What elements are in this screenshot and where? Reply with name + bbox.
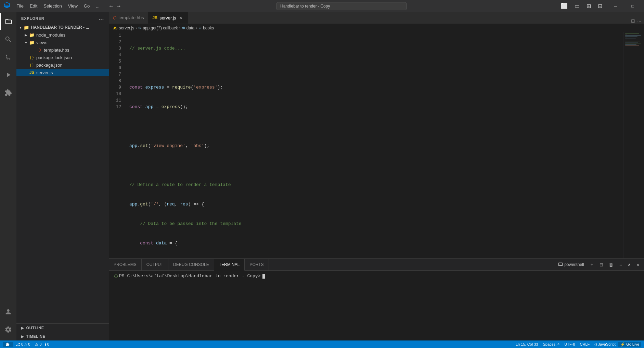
editor-area: ⬡ template.hbs JS server.js × ⊟ ··· JS s… [109,12,644,340]
bc-file-label: server.js [119,26,134,30]
maximize-button[interactable]: □ [625,0,641,12]
code-line-6: app . set ( 'view engine' , 'hbs' ); [129,143,623,149]
editor-more[interactable]: ··· [637,18,641,24]
bc-books-label: books [203,26,214,30]
tab-output[interactable]: OUTPUT [142,259,168,271]
status-right: Ln 15, Col 33 Spaces: 4 UTF-8 CRLF {} Ja… [511,342,644,347]
activity-explorer[interactable] [0,13,16,30]
svg-point-1 [9,58,11,60]
views-arrow[interactable]: ▼ [23,41,29,44]
tab-ports[interactable]: PORTS [245,259,269,271]
layout-grid[interactable]: ⊞ [584,2,593,10]
tab-template-hbs[interactable]: ⬡ template.hbs [109,12,148,24]
editor-layout-split[interactable]: ⊟ [631,18,635,24]
status-go-live[interactable]: ⚡ Go Live [618,342,641,347]
node-modules-label: node_modules [36,32,65,38]
status-encoding[interactable]: UTF-8 [562,342,577,346]
terminal-more[interactable]: ··· [617,261,624,268]
bc-scope-icon-3: ⊕ [198,26,202,30]
status-language[interactable]: {} JavaScript [592,342,618,346]
layout-custom[interactable]: ⊟ [596,2,604,10]
status-line-ending[interactable]: CRLF [578,342,592,346]
status-errors[interactable]: ⚠ 0 ℹ 0 [33,342,51,347]
activity-accounts[interactable] [0,304,16,320]
template-hbs-icon: ⬡ [36,48,42,52]
tree-server-js[interactable]: ▶ JS server.js [16,69,109,76]
server-js-icon: JS [29,70,35,75]
search-input[interactable] [276,2,407,10]
views-icon: 📁 [29,40,35,45]
terminal-path: PS C:\Users\aftaf\Desktop\Handlebar to r… [119,273,260,279]
status-spaces[interactable]: Spaces: 4 [541,342,562,346]
code-line-7 [129,162,623,169]
layout-sidebyside[interactable]: ⬜ [559,2,570,10]
breadcrumb: JS server.js › ⊕ app.get('/') callback ›… [109,24,644,32]
outline-panel[interactable]: ▶ OUTLINE [16,323,109,332]
timeline-panel[interactable]: ▶ TIMELINE [16,332,109,340]
activity-run[interactable] [0,67,16,83]
tab-hbs-label: template.hbs [118,15,144,20]
menu-view[interactable]: View [65,3,80,9]
tab-server-js[interactable]: JS server.js × [148,12,188,24]
root-folder-label: HANDLEBAR TO RENDER - ... [31,25,89,30]
server-js-label: server.js [36,70,53,75]
menu-edit[interactable]: Edit [27,3,40,9]
window-controls: ─ □ [608,0,641,12]
file-tree: ▼ 📁 HANDLEBAR TO RENDER - ... ▶ 📁 node_m… [16,24,109,323]
terminal-split[interactable]: ⊟ [597,261,605,268]
search-bar[interactable] [128,2,555,10]
status-remote[interactable] [3,342,13,346]
package-json-icon: { } [29,63,35,67]
bc-filename[interactable]: JS server.js [113,26,134,30]
terminal-panel: PROBLEMS OUTPUT DEBUG CONSOLE TERMINAL P… [109,258,644,340]
outline-expand[interactable]: ▶ [21,326,24,330]
menu-selection[interactable]: Selection [41,3,64,9]
tab-debug-console[interactable]: DEBUG CONSOLE [168,259,214,271]
terminal-trash[interactable]: 🗑 [607,261,615,268]
activity-source-control[interactable] [0,49,16,65]
root-expand-arrow[interactable]: ▼ [18,26,23,29]
code-editor[interactable]: // server.js code.... const express = re… [127,32,623,258]
bc-callback-label: app.get('/') callback [143,26,178,30]
bc-scope-icon-1: ⊕ [138,26,141,30]
bc-sep-3: › [196,26,197,30]
activity-extensions[interactable] [0,84,16,101]
tab-terminal[interactable]: TERMINAL [214,259,245,271]
tree-package-json[interactable]: ▶ { } package.json [16,61,109,69]
menu-file[interactable]: File [14,3,26,9]
menu-go[interactable]: Go [81,3,92,9]
tree-root-folder[interactable]: ▼ 📁 HANDLEBAR TO RENDER - ... [16,24,109,31]
outline-label: OUTLINE [26,326,44,330]
tab-close-server-js[interactable]: × [178,15,184,21]
activity-settings[interactable] [0,321,16,338]
terminal-cursor [262,274,265,279]
tree-views-folder[interactable]: ▼ 📁 views [16,39,109,46]
code-line-2 [129,65,623,71]
activity-bar-bottom [0,304,16,340]
timeline-expand[interactable]: ▶ [21,335,24,338]
tree-template-hbs[interactable]: ▶ ⬡ template.hbs [16,46,109,54]
terminal-collapse[interactable]: ∧ [626,261,633,268]
tab-problems[interactable]: PROBLEMS [109,259,142,271]
code-line-4: const app = express (); [129,104,623,110]
menu-bar: File Edit Selection View Go ... [14,3,102,9]
status-cursor-pos[interactable]: Ln 15, Col 33 [514,342,540,346]
tree-package-lock[interactable]: ▶ { } package-lock.json [16,54,109,61]
bc-books[interactable]: ⊕ books [198,26,214,30]
terminal-add[interactable]: ＋ [588,260,596,269]
node-modules-arrow[interactable]: ▶ [23,33,29,37]
minimize-button[interactable]: ─ [608,0,623,12]
nav-forward[interactable]: → [116,3,121,9]
terminal-body[interactable]: PS C:\Users\aftaf\Desktop\Handlebar to r… [109,271,644,340]
layout-zen[interactable]: ▭ [572,2,582,10]
bc-callback[interactable]: ⊕ app.get('/') callback [138,26,178,30]
terminal-close[interactable]: × [634,261,641,268]
tree-node-modules[interactable]: ▶ 📁 node_modules [16,31,109,39]
activity-search[interactable] [0,31,16,48]
explorer-more[interactable]: ... [99,15,104,22]
nav-back[interactable]: ← [108,3,114,9]
status-git-branch[interactable]: ⎇ 0 △ 0 [14,342,32,347]
bc-data[interactable]: ⊕ data [182,26,194,30]
code-line-5 [129,123,623,130]
menu-more[interactable]: ... [93,3,102,9]
